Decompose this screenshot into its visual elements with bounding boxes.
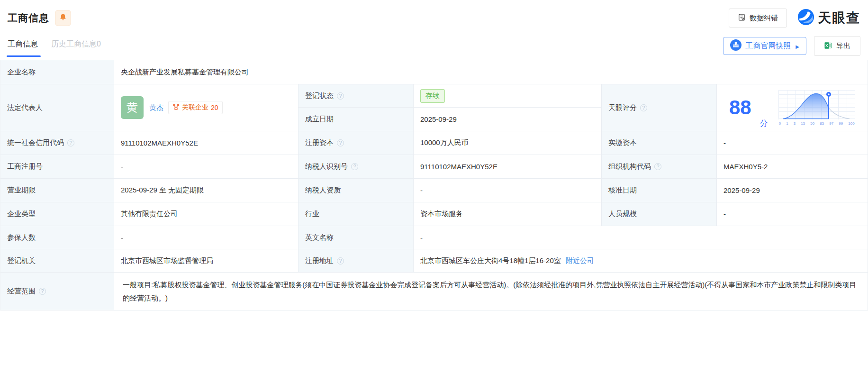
header: 工商信息 数据纠错 天眼查 xyxy=(0,0,868,27)
approval-date-label: 核准日期 xyxy=(602,179,717,202)
taxpayer-quality-label: 纳税人资质 xyxy=(298,179,414,202)
industry-label: 行业 xyxy=(298,202,414,226)
reg-number-value: - xyxy=(114,155,298,179)
business-term-label: 营业期限 xyxy=(0,179,114,202)
official-snapshot-label: 工商官网快照 xyxy=(745,41,791,51)
org-network-icon xyxy=(172,103,180,112)
reg-status-value: 存续 xyxy=(414,84,602,108)
question-circle-icon[interactable] xyxy=(67,139,74,146)
company-type-value: 其他有限责任公司 xyxy=(114,202,298,226)
company-name-value: 央企战新产业发展私募基金管理有限公司 xyxy=(114,60,868,84)
official-snapshot-button[interactable]: 工商官网快照 xyxy=(723,37,806,55)
avatar[interactable]: 黄 xyxy=(121,96,144,119)
staff-size-value: - xyxy=(717,202,868,226)
business-term-value: 2025-09-29 至 无固定期限 xyxy=(114,179,298,202)
reg-address-label: 注册地址 xyxy=(298,249,414,273)
english-name-label: 英文名称 xyxy=(298,226,414,249)
tab-business-info[interactable]: 工商信息 xyxy=(8,39,38,57)
paid-capital-label: 实缴资本 xyxy=(602,131,717,155)
english-name-value: - xyxy=(414,226,868,249)
toolbar: 工商信息 历史工商信息0 工商官网快照 导出 xyxy=(0,35,868,57)
reg-capital-value: 10000万人民币 xyxy=(414,131,602,155)
bell-icon xyxy=(59,13,67,23)
reg-authority-label: 登记机关 xyxy=(0,249,114,273)
export-button[interactable]: 导出 xyxy=(814,36,860,56)
org-code-label: 组织机构代码 xyxy=(602,155,717,179)
legal-rep-value: 黄 黄杰 关联企业 20 xyxy=(114,84,298,131)
tianyancha-logo[interactable]: 天眼查 xyxy=(797,9,860,27)
question-circle-icon[interactable] xyxy=(39,288,46,295)
reg-status-label: 登记状态 xyxy=(298,84,414,108)
taxpayer-id-label: 纳税人识别号 xyxy=(298,155,414,179)
form-edit-icon xyxy=(738,13,746,23)
question-circle-icon[interactable] xyxy=(337,139,344,146)
establish-date-label: 成立日期 xyxy=(298,108,414,131)
question-circle-icon[interactable] xyxy=(337,92,344,100)
insured-count-label: 参保人数 xyxy=(0,226,114,249)
nearby-companies-link[interactable]: 附近公司 xyxy=(566,256,594,265)
reg-authority-value: 北京市西城区市场监督管理局 xyxy=(114,249,298,273)
business-scope-value: 一般项目:私募股权投资基金管理、创业投资基金管理服务(须在中国证券投资基金业协会… xyxy=(114,273,868,310)
taxpayer-id-value: 91110102MAEXH0Y52E xyxy=(414,155,602,179)
related-companies-count: 20 xyxy=(211,104,218,111)
reg-number-label: 工商注册号 xyxy=(0,155,114,179)
insured-count-value: - xyxy=(114,226,298,249)
legal-rep-label: 法定代表人 xyxy=(0,84,114,131)
company-name-label: 企业名称 xyxy=(0,60,114,84)
legal-rep-name-link[interactable]: 黄杰 xyxy=(149,103,163,112)
score-distribution-chart: 0 1 3 15 50 85 97 99 100 xyxy=(778,90,855,126)
tianyancha-swirl-icon xyxy=(797,9,814,27)
business-scope-label: 经营范围 xyxy=(0,273,114,310)
score-number: 88 xyxy=(729,98,751,118)
establish-date-value: 2025-09-29 xyxy=(414,108,602,131)
score-label: 天眼评分 xyxy=(602,84,717,131)
status-badge: 存续 xyxy=(420,89,445,103)
data-correction-label: 数据纠错 xyxy=(750,14,778,23)
approval-date-value: 2025-09-29 xyxy=(717,179,868,202)
reg-capital-label: 注册资本 xyxy=(298,131,414,155)
credit-code-label: 统一社会信用代码 xyxy=(0,131,114,155)
chevron-right-icon xyxy=(795,42,799,50)
page-title: 工商信息 xyxy=(8,11,49,25)
stamp-icon xyxy=(730,39,741,53)
org-code-value: MAEXH0Y5-2 xyxy=(717,155,868,179)
question-circle-icon[interactable] xyxy=(337,257,344,265)
question-circle-icon[interactable] xyxy=(351,163,358,170)
paid-capital-value: - xyxy=(717,131,868,155)
score-value[interactable]: 88 分 xyxy=(717,84,868,131)
reg-address-value: 北京市西城区车公庄大街4号18幢1层16-20室 附近公司 xyxy=(414,249,868,273)
export-label: 导出 xyxy=(836,42,850,51)
credit-code-value: 91110102MAEXH0Y52E xyxy=(114,131,298,155)
subscribe-bell-button[interactable] xyxy=(55,10,71,26)
industry-value: 资本市场服务 xyxy=(414,202,602,226)
score-axis-ticks: 0 1 3 15 50 85 97 99 100 xyxy=(778,121,855,126)
excel-icon xyxy=(824,41,832,51)
business-info-table: 企业名称 央企战新产业发展私募基金管理有限公司 法定代表人 黄 黄杰 关联企业 … xyxy=(0,60,868,310)
question-circle-icon[interactable] xyxy=(640,104,647,111)
company-type-label: 企业类型 xyxy=(0,202,114,226)
logo-text: 天眼查 xyxy=(818,9,860,27)
tabs: 工商信息 历史工商信息0 xyxy=(8,39,101,57)
related-companies-label: 关联企业 xyxy=(182,103,208,112)
question-circle-icon[interactable] xyxy=(654,163,661,170)
tab-history-business-info[interactable]: 历史工商信息0 xyxy=(51,39,101,57)
staff-size-label: 人员规模 xyxy=(602,202,717,226)
related-companies-badge[interactable]: 关联企业 20 xyxy=(168,101,223,114)
data-correction-button[interactable]: 数据纠错 xyxy=(729,9,787,27)
score-unit: 分 xyxy=(760,118,768,129)
taxpayer-quality-value: - xyxy=(414,179,602,202)
